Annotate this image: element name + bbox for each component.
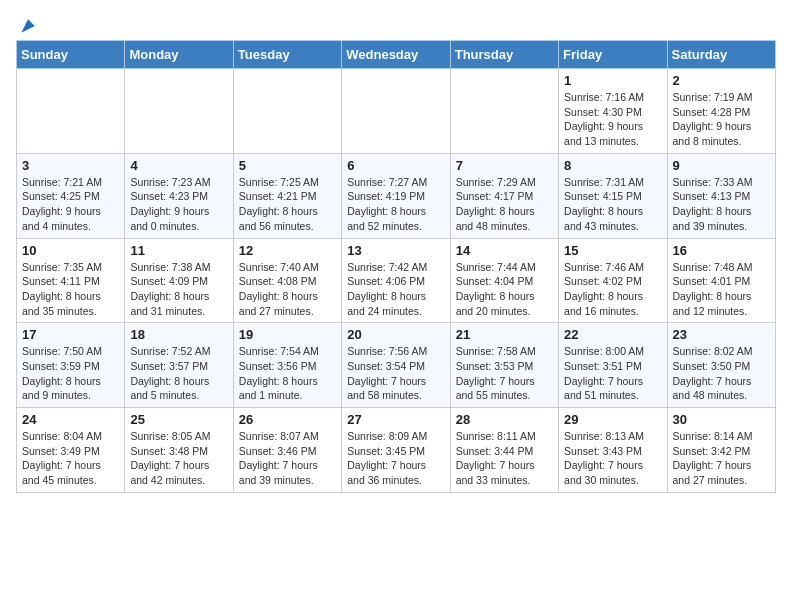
calendar-cell: 5Sunrise: 7:25 AMSunset: 4:21 PMDaylight…: [233, 153, 341, 238]
day-info: Sunrise: 8:11 AMSunset: 3:44 PMDaylight:…: [456, 429, 553, 488]
day-number: 11: [130, 243, 227, 258]
day-info: Sunrise: 7:54 AMSunset: 3:56 PMDaylight:…: [239, 344, 336, 403]
calendar-cell: 1Sunrise: 7:16 AMSunset: 4:30 PMDaylight…: [559, 69, 667, 154]
weekday-header: Tuesday: [233, 41, 341, 69]
calendar-cell: 8Sunrise: 7:31 AMSunset: 4:15 PMDaylight…: [559, 153, 667, 238]
calendar-week-row: 10Sunrise: 7:35 AMSunset: 4:11 PMDayligh…: [17, 238, 776, 323]
day-info: Sunrise: 7:21 AMSunset: 4:25 PMDaylight:…: [22, 175, 119, 234]
calendar-week-row: 24Sunrise: 8:04 AMSunset: 3:49 PMDayligh…: [17, 408, 776, 493]
weekday-header: Friday: [559, 41, 667, 69]
day-info: Sunrise: 8:09 AMSunset: 3:45 PMDaylight:…: [347, 429, 444, 488]
day-info: Sunrise: 7:27 AMSunset: 4:19 PMDaylight:…: [347, 175, 444, 234]
calendar-cell: 10Sunrise: 7:35 AMSunset: 4:11 PMDayligh…: [17, 238, 125, 323]
day-info: Sunrise: 7:40 AMSunset: 4:08 PMDaylight:…: [239, 260, 336, 319]
calendar-cell: 20Sunrise: 7:56 AMSunset: 3:54 PMDayligh…: [342, 323, 450, 408]
day-number: 26: [239, 412, 336, 427]
day-info: Sunrise: 7:25 AMSunset: 4:21 PMDaylight:…: [239, 175, 336, 234]
day-info: Sunrise: 7:56 AMSunset: 3:54 PMDaylight:…: [347, 344, 444, 403]
day-info: Sunrise: 7:42 AMSunset: 4:06 PMDaylight:…: [347, 260, 444, 319]
calendar: SundayMondayTuesdayWednesdayThursdayFrid…: [16, 40, 776, 493]
calendar-week-row: 3Sunrise: 7:21 AMSunset: 4:25 PMDaylight…: [17, 153, 776, 238]
day-info: Sunrise: 8:07 AMSunset: 3:46 PMDaylight:…: [239, 429, 336, 488]
calendar-cell: 19Sunrise: 7:54 AMSunset: 3:56 PMDayligh…: [233, 323, 341, 408]
calendar-cell: 13Sunrise: 7:42 AMSunset: 4:06 PMDayligh…: [342, 238, 450, 323]
day-number: 22: [564, 327, 661, 342]
day-info: Sunrise: 8:13 AMSunset: 3:43 PMDaylight:…: [564, 429, 661, 488]
day-number: 9: [673, 158, 770, 173]
calendar-cell: 18Sunrise: 7:52 AMSunset: 3:57 PMDayligh…: [125, 323, 233, 408]
day-info: Sunrise: 7:38 AMSunset: 4:09 PMDaylight:…: [130, 260, 227, 319]
calendar-cell: 11Sunrise: 7:38 AMSunset: 4:09 PMDayligh…: [125, 238, 233, 323]
calendar-cell: [450, 69, 558, 154]
calendar-cell: 29Sunrise: 8:13 AMSunset: 3:43 PMDayligh…: [559, 408, 667, 493]
calendar-cell: [125, 69, 233, 154]
day-number: 6: [347, 158, 444, 173]
day-info: Sunrise: 7:29 AMSunset: 4:17 PMDaylight:…: [456, 175, 553, 234]
day-info: Sunrise: 7:19 AMSunset: 4:28 PMDaylight:…: [673, 90, 770, 149]
day-number: 15: [564, 243, 661, 258]
day-number: 18: [130, 327, 227, 342]
day-number: 12: [239, 243, 336, 258]
calendar-cell: [17, 69, 125, 154]
day-info: Sunrise: 7:16 AMSunset: 4:30 PMDaylight:…: [564, 90, 661, 149]
day-number: 17: [22, 327, 119, 342]
calendar-cell: 16Sunrise: 7:48 AMSunset: 4:01 PMDayligh…: [667, 238, 775, 323]
weekday-header: Wednesday: [342, 41, 450, 69]
calendar-cell: 24Sunrise: 8:04 AMSunset: 3:49 PMDayligh…: [17, 408, 125, 493]
weekday-header: Thursday: [450, 41, 558, 69]
day-info: Sunrise: 7:23 AMSunset: 4:23 PMDaylight:…: [130, 175, 227, 234]
calendar-cell: 6Sunrise: 7:27 AMSunset: 4:19 PMDaylight…: [342, 153, 450, 238]
day-info: Sunrise: 8:04 AMSunset: 3:49 PMDaylight:…: [22, 429, 119, 488]
day-number: 23: [673, 327, 770, 342]
weekday-header: Monday: [125, 41, 233, 69]
day-number: 28: [456, 412, 553, 427]
calendar-cell: 25Sunrise: 8:05 AMSunset: 3:48 PMDayligh…: [125, 408, 233, 493]
day-info: Sunrise: 8:14 AMSunset: 3:42 PMDaylight:…: [673, 429, 770, 488]
day-info: Sunrise: 8:00 AMSunset: 3:51 PMDaylight:…: [564, 344, 661, 403]
day-number: 19: [239, 327, 336, 342]
day-info: Sunrise: 7:50 AMSunset: 3:59 PMDaylight:…: [22, 344, 119, 403]
day-info: Sunrise: 7:46 AMSunset: 4:02 PMDaylight:…: [564, 260, 661, 319]
day-number: 10: [22, 243, 119, 258]
day-number: 2: [673, 73, 770, 88]
logo-icon: [18, 16, 38, 36]
day-info: Sunrise: 7:52 AMSunset: 3:57 PMDaylight:…: [130, 344, 227, 403]
day-number: 24: [22, 412, 119, 427]
day-info: Sunrise: 8:02 AMSunset: 3:50 PMDaylight:…: [673, 344, 770, 403]
day-number: 20: [347, 327, 444, 342]
day-number: 7: [456, 158, 553, 173]
calendar-cell: [233, 69, 341, 154]
day-number: 29: [564, 412, 661, 427]
day-number: 21: [456, 327, 553, 342]
calendar-cell: 23Sunrise: 8:02 AMSunset: 3:50 PMDayligh…: [667, 323, 775, 408]
calendar-cell: 27Sunrise: 8:09 AMSunset: 3:45 PMDayligh…: [342, 408, 450, 493]
day-info: Sunrise: 7:33 AMSunset: 4:13 PMDaylight:…: [673, 175, 770, 234]
calendar-cell: 7Sunrise: 7:29 AMSunset: 4:17 PMDaylight…: [450, 153, 558, 238]
day-info: Sunrise: 7:44 AMSunset: 4:04 PMDaylight:…: [456, 260, 553, 319]
calendar-week-row: 1Sunrise: 7:16 AMSunset: 4:30 PMDaylight…: [17, 69, 776, 154]
day-number: 30: [673, 412, 770, 427]
calendar-cell: 14Sunrise: 7:44 AMSunset: 4:04 PMDayligh…: [450, 238, 558, 323]
day-info: Sunrise: 8:05 AMSunset: 3:48 PMDaylight:…: [130, 429, 227, 488]
calendar-week-row: 17Sunrise: 7:50 AMSunset: 3:59 PMDayligh…: [17, 323, 776, 408]
day-number: 3: [22, 158, 119, 173]
calendar-cell: 3Sunrise: 7:21 AMSunset: 4:25 PMDaylight…: [17, 153, 125, 238]
calendar-cell: 22Sunrise: 8:00 AMSunset: 3:51 PMDayligh…: [559, 323, 667, 408]
calendar-header-row: SundayMondayTuesdayWednesdayThursdayFrid…: [17, 41, 776, 69]
calendar-cell: 17Sunrise: 7:50 AMSunset: 3:59 PMDayligh…: [17, 323, 125, 408]
day-info: Sunrise: 7:58 AMSunset: 3:53 PMDaylight:…: [456, 344, 553, 403]
day-number: 25: [130, 412, 227, 427]
calendar-cell: 9Sunrise: 7:33 AMSunset: 4:13 PMDaylight…: [667, 153, 775, 238]
calendar-cell: 12Sunrise: 7:40 AMSunset: 4:08 PMDayligh…: [233, 238, 341, 323]
day-number: 1: [564, 73, 661, 88]
logo: [16, 16, 38, 32]
day-number: 13: [347, 243, 444, 258]
calendar-cell: [342, 69, 450, 154]
calendar-cell: 2Sunrise: 7:19 AMSunset: 4:28 PMDaylight…: [667, 69, 775, 154]
day-number: 16: [673, 243, 770, 258]
calendar-cell: 28Sunrise: 8:11 AMSunset: 3:44 PMDayligh…: [450, 408, 558, 493]
svg-marker-0: [21, 19, 34, 32]
weekday-header: Saturday: [667, 41, 775, 69]
day-number: 27: [347, 412, 444, 427]
day-info: Sunrise: 7:31 AMSunset: 4:15 PMDaylight:…: [564, 175, 661, 234]
